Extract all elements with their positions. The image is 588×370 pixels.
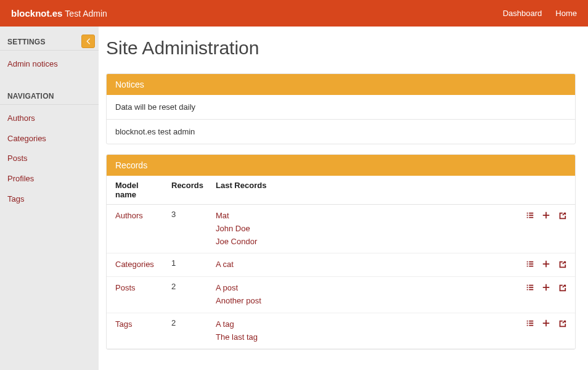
model-link[interactable]: Posts: [115, 282, 159, 295]
page-title: Site Administration: [106, 38, 576, 59]
sidebar-item-label[interactable]: Posts: [7, 152, 91, 165]
notices-panel-heading: Notices: [107, 74, 575, 95]
sidebar-heading-navigation: NAVIGATION: [0, 81, 99, 105]
export-button[interactable]: [558, 282, 566, 292]
export-icon: [558, 211, 566, 220]
actions-cell: [520, 277, 575, 313]
topnav: Dashboard Home: [503, 9, 577, 18]
last-records-cell: A cat: [210, 253, 520, 277]
export-button[interactable]: [558, 210, 566, 220]
add-button[interactable]: [542, 282, 550, 292]
sidebar-list-settings: Admin notices: [0, 51, 99, 81]
table-row: Authors3MatJohn DoeJoe Condor: [107, 205, 575, 253]
sidebar-collapse-button[interactable]: [81, 35, 95, 48]
export-icon: [558, 283, 566, 292]
last-records-cell: MatJohn DoeJoe Condor: [210, 205, 520, 253]
record-link[interactable]: A tag: [216, 318, 513, 331]
record-link[interactable]: The last tag: [216, 331, 513, 344]
records-table: Model name Records Last Records Authors3…: [107, 176, 575, 349]
record-count: 1: [165, 253, 210, 277]
notices-panel-body: Data will be reset daily blocknot.es tes…: [107, 95, 575, 144]
plus-icon: [542, 260, 550, 268]
sidebar: SETTINGS Admin notices NAVIGATION Author…: [0, 27, 99, 370]
plus-icon: [542, 211, 550, 220]
list-button[interactable]: [526, 258, 534, 268]
records-panel: Records Model name Records Last Records …: [106, 154, 576, 350]
actions-cell: [520, 313, 575, 349]
record-link[interactable]: John Doe: [216, 223, 513, 236]
sidebar-item-tags[interactable]: Tags: [0, 189, 99, 210]
model-link[interactable]: Authors: [115, 210, 159, 223]
th-actions: [520, 176, 575, 205]
export-button[interactable]: [558, 318, 566, 328]
sidebar-item-profiles[interactable]: Profiles: [0, 169, 99, 189]
export-button[interactable]: [558, 258, 566, 268]
record-link[interactable]: Joe Condor: [216, 236, 513, 249]
add-button[interactable]: [542, 318, 550, 328]
actions-cell: [520, 205, 575, 253]
nav-home[interactable]: Home: [555, 9, 577, 18]
last-records-cell: A postAnother post: [210, 277, 520, 313]
record-link[interactable]: A cat: [216, 258, 513, 271]
th-records: Records: [165, 176, 210, 205]
record-count: 2: [165, 313, 210, 349]
record-link[interactable]: Mat: [216, 210, 513, 223]
record-count: 2: [165, 277, 210, 313]
list-icon: [526, 319, 534, 327]
records-panel-heading: Records: [107, 155, 575, 176]
model-link[interactable]: Categories: [115, 258, 159, 271]
model-link[interactable]: Tags: [115, 318, 159, 331]
nav-dashboard[interactable]: Dashboard: [503, 9, 542, 18]
list-icon: [526, 211, 534, 220]
record-link[interactable]: A post: [216, 282, 513, 295]
sidebar-item-label[interactable]: Tags: [7, 193, 91, 206]
list-button[interactable]: [526, 282, 534, 292]
topbar: blocknot.es Test Admin Dashboard Home: [0, 0, 588, 27]
sidebar-item-label[interactable]: Admin notices: [7, 58, 91, 71]
add-button[interactable]: [542, 258, 550, 268]
record-link[interactable]: Another post: [216, 295, 513, 308]
add-button[interactable]: [542, 210, 550, 220]
actions-cell: [520, 253, 575, 277]
main: Site Administration Notices Data will be…: [99, 27, 588, 370]
brand-name: blocknot.es: [11, 8, 62, 18]
list-icon: [526, 283, 534, 292]
plus-icon: [542, 283, 550, 292]
list-icon: [526, 260, 534, 268]
sidebar-item-authors[interactable]: Authors: [0, 109, 99, 129]
sidebar-item-label[interactable]: Authors: [7, 112, 91, 125]
record-count: 3: [165, 205, 210, 253]
notices-panel: Notices Data will be reset daily blockno…: [106, 73, 576, 144]
plus-icon: [542, 319, 550, 327]
list-button[interactable]: [526, 210, 534, 220]
sidebar-item-admin-notices[interactable]: Admin notices: [0, 54, 99, 75]
table-row: Posts2A postAnother post: [107, 277, 575, 313]
chevron-left-icon: [84, 37, 92, 46]
list-button[interactable]: [526, 318, 534, 328]
notice-row: Data will be reset daily: [107, 95, 575, 119]
last-records-cell: A tagThe last tag: [210, 313, 520, 349]
export-icon: [558, 319, 566, 327]
export-icon: [558, 260, 566, 268]
th-last-records: Last Records: [210, 176, 520, 205]
brand[interactable]: blocknot.es Test Admin: [11, 8, 107, 18]
sidebar-item-label[interactable]: Categories: [7, 133, 91, 146]
th-model: Model name: [107, 176, 165, 205]
sidebar-item-posts[interactable]: Posts: [0, 149, 99, 169]
brand-sub: Test Admin: [65, 9, 107, 18]
sidebar-item-categories[interactable]: Categories: [0, 129, 99, 149]
sidebar-list-navigation: Authors Categories Posts Profiles Tags: [0, 105, 99, 216]
sidebar-item-label[interactable]: Profiles: [7, 173, 91, 186]
notice-row: blocknot.es test admin: [107, 119, 575, 144]
table-row: Tags2A tagThe last tag: [107, 313, 575, 349]
table-row: Categories1A cat: [107, 253, 575, 277]
